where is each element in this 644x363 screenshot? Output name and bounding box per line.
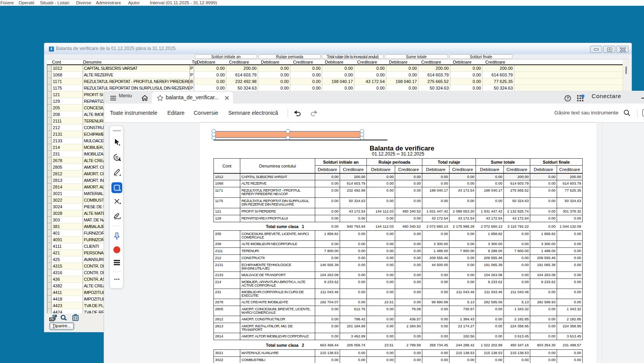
svg-text:?: ? [566,96,569,100]
